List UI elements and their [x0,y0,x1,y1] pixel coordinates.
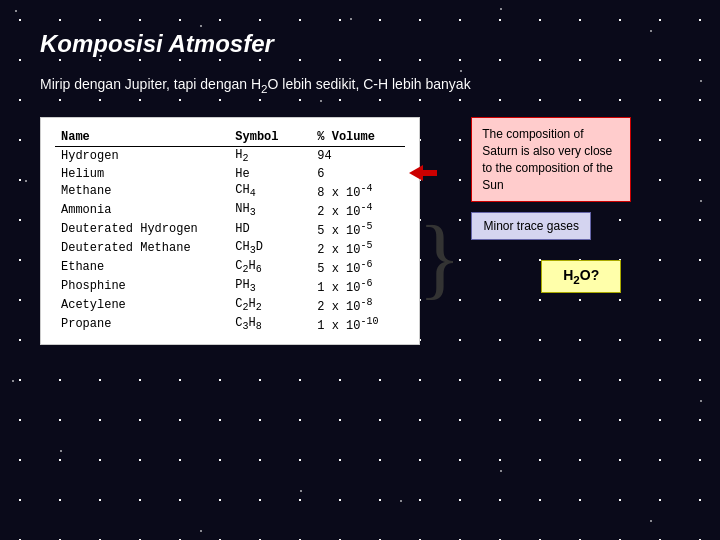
table-row: Hydrogen H2 94 [55,147,405,166]
row-symbol: HD [229,220,311,239]
composition-table: Name Symbol % Volume Hydrogen H2 94 Heli… [55,128,405,333]
row-symbol: C2H2 [229,296,311,315]
row-name: Ammonia [55,201,229,220]
row-symbol: H2 [229,147,311,166]
row-name: Deuterated Methane [55,239,229,258]
table-row: Methane CH4 8 x 10-4 [55,182,405,201]
row-volume: 5 x 10-5 [311,220,405,239]
row-symbol: CH3D [229,239,311,258]
row-volume: 94 [311,147,405,166]
page-subtitle: Mirip dengan Jupiter, tapi dengan H2O le… [40,74,680,97]
row-volume: 1 x 10-6 [311,277,405,296]
row-volume: 2 x 10-8 [311,296,405,315]
h2o-label: H2O? [563,267,599,283]
side-panel: The composition of Saturn is also very c… [471,117,631,293]
row-volume: 1 x 10-10 [311,315,405,334]
svg-marker-0 [409,165,437,181]
h2o-question-box: H2O? [541,260,621,293]
table-row: Ammonia NH3 2 x 10-4 [55,201,405,220]
col-header-name: Name [55,128,229,147]
minor-trace-label: Minor trace gases [484,219,579,233]
row-volume: 2 x 10-4 [311,201,405,220]
row-symbol: CH4 [229,182,311,201]
table-row: Helium He 6 [55,166,405,182]
table-row: Acetylene C2H2 2 x 10-8 [55,296,405,315]
col-header-symbol: Symbol [229,128,311,147]
col-header-volume: % Volume [311,128,405,147]
row-name: Helium [55,166,229,182]
minor-trace-gases-box: Minor trace gases [471,212,591,240]
row-name: Acetylene [55,296,229,315]
row-symbol: He [229,166,311,182]
table-row: Phosphine PH3 1 x 10-6 [55,277,405,296]
row-symbol: C2H6 [229,258,311,277]
row-volume: 8 x 10-4 [311,182,405,201]
row-volume: 5 x 10-6 [311,258,405,277]
saturn-composition-callout: The composition of Saturn is also very c… [471,117,631,202]
page-title: Komposisi Atmosfer [40,30,680,58]
curly-brace-icon: } [418,213,461,303]
callout-text: The composition of Saturn is also very c… [482,127,613,191]
row-name: Hydrogen [55,147,229,166]
row-volume: 2 x 10-5 [311,239,405,258]
row-name: Deuterated Hydrogen [55,220,229,239]
red-arrow [409,165,437,185]
row-name: Phosphine [55,277,229,296]
subtitle-text: Mirip dengan Jupiter, tapi dengan H2O le… [40,76,471,92]
row-name: Ethane [55,258,229,277]
row-volume: 6 [311,166,405,182]
main-content-area: Name Symbol % Volume Hydrogen H2 94 Heli… [40,117,680,344]
row-name: Methane [55,182,229,201]
row-symbol: PH3 [229,277,311,296]
table-row: Deuterated Hydrogen HD 5 x 10-5 [55,220,405,239]
curly-brace-area: } [418,117,461,344]
row-symbol: NH3 [229,201,311,220]
composition-table-container: Name Symbol % Volume Hydrogen H2 94 Heli… [40,117,420,344]
row-symbol: C3H8 [229,315,311,334]
table-row: Ethane C2H6 5 x 10-6 [55,258,405,277]
table-row: Propane C3H8 1 x 10-10 [55,315,405,334]
row-name: Propane [55,315,229,334]
table-row: Deuterated Methane CH3D 2 x 10-5 [55,239,405,258]
